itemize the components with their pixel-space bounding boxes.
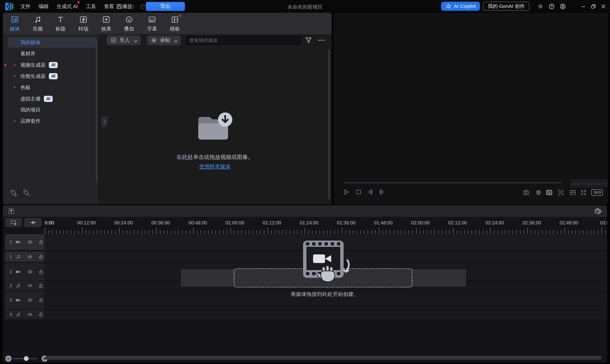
timeline-header-bar xyxy=(3,205,607,217)
account-icon[interactable] xyxy=(559,3,566,10)
tick xyxy=(420,230,420,234)
close-button[interactable] xyxy=(600,3,607,10)
lock-icon[interactable] xyxy=(38,239,44,245)
visibility-eye-icon[interactable] xyxy=(27,269,33,275)
markers-list-icon[interactable] xyxy=(546,189,553,196)
mute-speaker-icon[interactable] xyxy=(27,254,33,260)
timeline-mode-icon[interactable] xyxy=(8,208,15,215)
tab-overlays[interactable]: 叠加 xyxy=(118,14,141,33)
previous-frame-button[interactable] xyxy=(366,188,374,196)
mute-speaker-icon[interactable] xyxy=(27,311,33,318)
play-button[interactable] xyxy=(342,188,350,196)
tick xyxy=(416,228,416,234)
folder-download-icon[interactable] xyxy=(195,111,235,147)
lock-icon[interactable] xyxy=(38,254,44,260)
caret-icon xyxy=(13,74,17,78)
next-frame-button[interactable] xyxy=(378,188,386,196)
tab-effects[interactable]: 效果 xyxy=(95,14,118,33)
help-icon[interactable] xyxy=(548,3,555,10)
tick xyxy=(60,230,60,234)
tab-media[interactable]: 媒体 xyxy=(3,14,26,33)
tab-captions[interactable]: 字幕 xyxy=(141,14,163,33)
menu-item-2[interactable]: 编辑 xyxy=(39,3,49,10)
close-gap-button[interactable] xyxy=(24,218,42,227)
menu-item-1[interactable]: 文件 xyxy=(21,3,30,10)
track-header[interactable]: 2 xyxy=(5,263,44,280)
tab-transitions[interactable]: 转场 xyxy=(72,14,95,33)
menu-item-4[interactable]: 工具 xyxy=(86,3,96,10)
ai-copilot-button[interactable]: AI Copilot xyxy=(441,2,480,11)
search-input[interactable] xyxy=(185,38,302,43)
tick xyxy=(201,230,201,234)
zoom-slider-knob[interactable] xyxy=(24,356,29,361)
undo-icon[interactable] xyxy=(128,3,135,10)
tick xyxy=(412,230,413,234)
tick xyxy=(460,230,461,234)
sidebar-item-color-boards[interactable]: 色板 xyxy=(8,82,96,93)
maximize-button[interactable] xyxy=(590,3,597,10)
track-header[interactable]: 1 xyxy=(5,234,44,250)
tab-templates[interactable]: 模板 xyxy=(163,14,186,33)
audio-track-icon xyxy=(15,283,21,289)
toolbox-edit-icon[interactable] xyxy=(594,207,602,215)
more-icon[interactable] xyxy=(317,36,325,44)
record-button[interactable]: 录制 xyxy=(147,36,181,45)
track-header[interactable]: 1 xyxy=(5,252,44,262)
tab-audio[interactable]: 音频 xyxy=(26,14,49,33)
minimize-button[interactable] xyxy=(580,3,587,10)
lock-icon[interactable] xyxy=(38,283,44,289)
remove-tag-icon[interactable] xyxy=(22,189,31,197)
sidebar-item-image-generator[interactable]: 绘图生成器AI xyxy=(8,71,96,81)
import-button[interactable]: 导入 xyxy=(107,36,141,45)
lock-icon[interactable] xyxy=(38,297,44,303)
filter-icon[interactable] xyxy=(305,36,313,44)
track-header[interactable]: 2 xyxy=(5,281,44,290)
save-icon[interactable] xyxy=(116,3,122,10)
timeline-ruler[interactable]: 0:0000:12:0000:24:0000:36:0000:48:0001:0… xyxy=(45,217,607,235)
visibility-eye-icon[interactable] xyxy=(27,239,33,245)
lock-icon[interactable] xyxy=(38,269,44,275)
media-scrollbar[interactable] xyxy=(328,50,330,199)
drop-hint-text: 将媒体拖放到此处开始创建。 xyxy=(3,291,607,298)
track-header[interactable]: 3 xyxy=(5,310,44,319)
sample-media-link[interactable]: 使用样本媒体 xyxy=(98,163,332,170)
tick xyxy=(509,230,509,234)
timeline-scrollbar[interactable] xyxy=(45,356,602,360)
sidebar-item-virtual-presenter[interactable]: 虚拟主播AI xyxy=(8,94,96,104)
preview-zoom-icon[interactable] xyxy=(557,189,564,196)
tick xyxy=(171,230,171,234)
tab-label: 转场 xyxy=(78,26,88,32)
export-button[interactable]: 导出 xyxy=(146,2,185,11)
fullscreen-icon[interactable] xyxy=(580,189,587,196)
add-track-button[interactable] xyxy=(5,218,22,227)
audio-track-icon xyxy=(15,254,21,260)
sidebar-item-video-generator[interactable]: 视频生成器AI xyxy=(8,60,96,70)
snapshot-camera-icon[interactable] xyxy=(522,189,530,196)
split-screen-icon[interactable] xyxy=(569,189,576,196)
aspect-ratio-button[interactable]: 16:9 xyxy=(591,189,603,196)
zoom-out-button[interactable]: − xyxy=(5,355,12,362)
tick xyxy=(52,230,53,234)
tick xyxy=(271,230,272,234)
collapse-panel-button[interactable] xyxy=(101,117,108,127)
render-preview-icon[interactable] xyxy=(535,189,542,196)
sidebar-item-my-media[interactable]: 我的媒体 xyxy=(8,37,96,48)
track-lane[interactable] xyxy=(45,310,607,319)
lock-icon[interactable] xyxy=(38,311,44,318)
caret-icon xyxy=(13,63,17,67)
my-genai-button[interactable]: 我的 GenAI 创作 xyxy=(483,2,530,11)
tick xyxy=(223,230,223,234)
sidebar-item-stock-media[interactable]: 素材库 xyxy=(8,48,96,59)
settings-gear-icon[interactable] xyxy=(537,3,544,10)
sidebar-item-brand-kit[interactable]: 品牌套件 xyxy=(8,116,96,126)
tab-titles[interactable]: 标题 xyxy=(49,14,72,33)
menu-item-5[interactable]: 查看 xyxy=(104,3,114,10)
menu-item-3[interactable]: 生成式 AI xyxy=(57,3,78,10)
seek-bar[interactable] xyxy=(344,182,562,183)
stop-button[interactable] xyxy=(355,188,363,196)
mute-speaker-icon[interactable] xyxy=(27,283,33,289)
add-tag-icon[interactable] xyxy=(10,189,18,197)
visibility-eye-icon[interactable] xyxy=(27,297,33,303)
sidebar-item-my-projects[interactable]: 我的项目 xyxy=(8,104,96,115)
redo-icon[interactable] xyxy=(140,3,146,10)
